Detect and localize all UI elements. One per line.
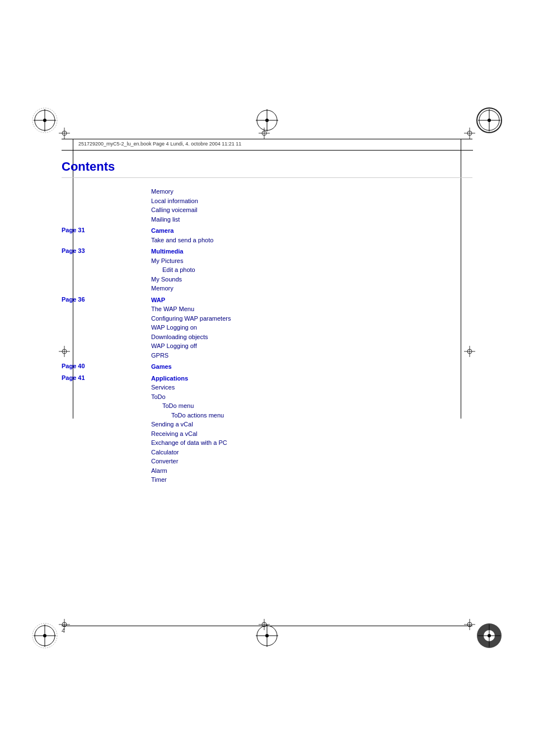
reg-mark-bl <box>31 622 59 650</box>
toc-item: Take and send a photo <box>151 236 472 245</box>
toc-heading-camera: Camera <box>151 226 472 236</box>
toc-item: Services <box>151 383 472 392</box>
toc-item: Alarm <box>151 466 472 476</box>
book-info: 251729200_myC5-2_lu_en.book Page 4 Lundi… <box>78 141 241 147</box>
toc-entries-36: WAP The WAP Menu Configuring WAP paramet… <box>151 295 472 360</box>
reg-mark-tr <box>475 106 503 134</box>
crosshair-bc <box>259 619 270 630</box>
bottom-rule-line <box>62 626 472 626</box>
page-title: Contents <box>62 159 472 178</box>
toc-item: WAP Logging on <box>151 323 472 332</box>
toc-page-33: Page 33 <box>62 247 151 293</box>
crosshair-tc <box>259 128 270 139</box>
header-bottom-line <box>62 150 473 151</box>
main-content: Contents Memory Local information Callin… <box>62 159 472 487</box>
toc-entries-41: Applications Services ToDo ToDo menu ToD… <box>151 374 472 485</box>
toc-item: ToDo actions menu <box>151 411 472 420</box>
toc-item: Exchange of data with a PC <box>151 438 472 448</box>
toc-heading-multimedia: Multimedia <box>151 247 472 256</box>
toc-heading-wap: WAP <box>151 295 472 305</box>
reg-mark-br <box>475 622 503 650</box>
toc-item: Calculator <box>151 448 472 457</box>
page: 251729200_myC5-2_lu_en.book Page 4 Lundi… <box>0 0 534 756</box>
toc-item: My Pictures <box>151 256 472 266</box>
toc-item: ToDo <box>151 392 472 402</box>
crosshair-tr <box>464 128 475 139</box>
toc-page-40: Page 40 <box>62 362 151 372</box>
toc-entries-31: Camera Take and send a photo <box>151 226 472 245</box>
toc-item: Calling voicemail <box>151 205 472 215</box>
toc-item: My Sounds <box>151 275 472 284</box>
toc-item: Edit a photo <box>151 265 472 275</box>
toc-item: Memory <box>151 284 472 293</box>
toc-item: Sending a vCal <box>151 420 472 429</box>
toc-item: Converter <box>151 457 472 466</box>
page-number: 4 <box>62 627 65 634</box>
toc-item: Downloading objects <box>151 332 472 342</box>
toc-page-41: Page 41 <box>62 374 151 485</box>
toc-section-40: Page 40 Games <box>62 362 472 372</box>
toc-entries-40: Games <box>151 362 472 372</box>
toc-item: Local information <box>151 196 472 206</box>
toc-item: Receiving a vCal <box>151 429 472 439</box>
toc-page-pre <box>62 187 151 224</box>
toc-entries-33: Multimedia My Pictures Edit a photo My S… <box>151 247 472 293</box>
top-rule-line <box>62 139 472 139</box>
crosshair-tl <box>59 128 70 139</box>
toc-page-31: Page 31 <box>62 226 151 245</box>
toc-item: WAP Logging off <box>151 341 472 351</box>
reg-mark-tl <box>31 106 59 134</box>
toc-section-33: Page 33 Multimedia My Pictures Edit a ph… <box>62 247 472 293</box>
toc-item: ToDo menu <box>151 401 472 411</box>
toc-section-pre: Memory Local information Calling voicema… <box>62 187 472 224</box>
crosshair-br <box>464 619 475 630</box>
toc-page-36: Page 36 <box>62 295 151 360</box>
toc-item: Timer <box>151 475 472 485</box>
toc-entries-pre: Memory Local information Calling voicema… <box>151 187 472 224</box>
toc-section-41: Page 41 Applications Services ToDo ToDo … <box>62 374 472 485</box>
toc-item: Mailing list <box>151 215 472 224</box>
toc-item: Configuring WAP parameters <box>151 314 472 323</box>
toc-section-36: Page 36 WAP The WAP Menu Configuring WAP… <box>62 295 472 360</box>
toc-item: GPRS <box>151 351 472 360</box>
toc-item: The WAP Menu <box>151 304 472 314</box>
toc-heading-applications: Applications <box>151 374 472 383</box>
toc-item: Memory <box>151 187 472 196</box>
toc-section-31: Page 31 Camera Take and send a photo <box>62 226 472 245</box>
toc-heading-games: Games <box>151 362 472 372</box>
